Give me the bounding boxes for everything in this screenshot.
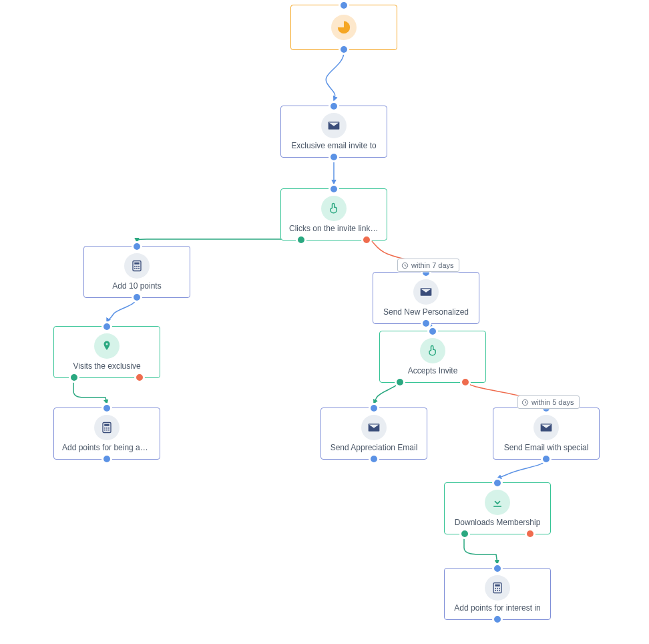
svg-point-12 xyxy=(108,428,110,429)
node-label: Send Email with special xyxy=(499,443,594,454)
edge-n10-n11 xyxy=(497,459,546,478)
svg-point-5 xyxy=(134,268,136,269)
svg-point-18 xyxy=(495,588,496,589)
svg-point-4 xyxy=(138,266,140,267)
node-label: Visits the exclusive xyxy=(59,361,154,372)
svg-point-7 xyxy=(138,268,140,269)
node-email-new-personalized[interactable]: Send New Personalized xyxy=(373,272,479,324)
node-email-appreciation[interactable]: Send Appreciation Email xyxy=(320,408,427,460)
svg-point-11 xyxy=(106,428,107,429)
node-label: Clicks on the invite link in xyxy=(286,224,381,234)
clock-icon xyxy=(521,399,529,406)
node-decision-visits-exclusive[interactable]: Visits the exclusive xyxy=(53,326,160,378)
svg-point-10 xyxy=(104,428,105,429)
node-label: Accepts Invite xyxy=(385,366,480,377)
node-label: Add points for interest in xyxy=(450,603,545,614)
node-label: Downloads Membership xyxy=(450,518,545,528)
svg-point-2 xyxy=(134,266,136,267)
download-icon xyxy=(485,490,510,515)
node-email-special[interactable]: Send Email with special xyxy=(493,408,600,460)
node-label: Send New Personalized xyxy=(379,307,473,318)
node-decision-clicks-invite[interactable]: Clicks on the invite link in xyxy=(280,188,387,240)
node-label: Exclusive email invite to xyxy=(286,141,381,152)
node-label: Add points for being active xyxy=(59,443,154,454)
node-action-add-10-points[interactable]: Add 10 points xyxy=(83,246,190,298)
svg-point-21 xyxy=(495,590,496,591)
svg-point-6 xyxy=(136,268,138,269)
svg-rect-1 xyxy=(134,263,140,265)
node-decision-accepts-invite[interactable]: Accepts Invite xyxy=(379,331,486,383)
svg-point-19 xyxy=(497,588,498,589)
envelope-icon xyxy=(413,279,439,305)
calculator-icon xyxy=(485,575,510,601)
connector-layer xyxy=(0,0,649,644)
envelope-icon xyxy=(361,415,387,440)
svg-point-15 xyxy=(108,430,110,431)
delay-label: within 5 days xyxy=(531,398,574,406)
svg-point-13 xyxy=(104,430,105,431)
edge-n1-n2 xyxy=(326,52,344,100)
node-decision-downloads-membership[interactable]: Downloads Membership xyxy=(444,482,551,534)
envelope-icon xyxy=(321,113,347,138)
node-label: Add 10 points xyxy=(89,281,184,292)
node-label: Send Appreciation Email xyxy=(327,443,421,454)
pointer-icon xyxy=(321,196,347,221)
edge-n3-n4 xyxy=(137,239,300,242)
svg-point-22 xyxy=(497,590,498,591)
calculator-icon xyxy=(124,253,150,279)
node-action-add-points-interest[interactable]: Add points for interest in xyxy=(444,568,551,620)
map-pin-icon xyxy=(94,333,120,359)
node-email-exclusive-invite[interactable]: Exclusive email invite to xyxy=(280,106,387,158)
edge-n4-n5 xyxy=(107,297,137,322)
delay-pill-5-days[interactable]: within 5 days xyxy=(517,395,580,409)
svg-point-14 xyxy=(106,430,107,431)
pointer-icon xyxy=(420,338,445,363)
delay-label: within 7 days xyxy=(411,261,454,269)
campaign-canvas[interactable]: Exclusive email invite to Clicks on the … xyxy=(0,0,649,644)
svg-rect-17 xyxy=(495,585,500,587)
svg-rect-9 xyxy=(104,424,110,426)
svg-point-3 xyxy=(136,266,138,267)
node-action-add-points-active[interactable]: Add points for being active xyxy=(53,408,160,460)
edge-n8-n9 xyxy=(374,381,399,404)
envelope-icon xyxy=(533,415,559,440)
svg-point-20 xyxy=(499,588,500,589)
edge-n11-n12 xyxy=(464,533,497,564)
pie-icon xyxy=(331,15,357,40)
calculator-icon xyxy=(94,415,120,440)
svg-point-23 xyxy=(499,590,500,591)
clock-icon xyxy=(401,262,409,269)
node-segment-start[interactable] xyxy=(290,5,397,50)
delay-pill-7-days[interactable]: within 7 days xyxy=(397,259,459,272)
edge-n5-n6 xyxy=(73,377,107,404)
